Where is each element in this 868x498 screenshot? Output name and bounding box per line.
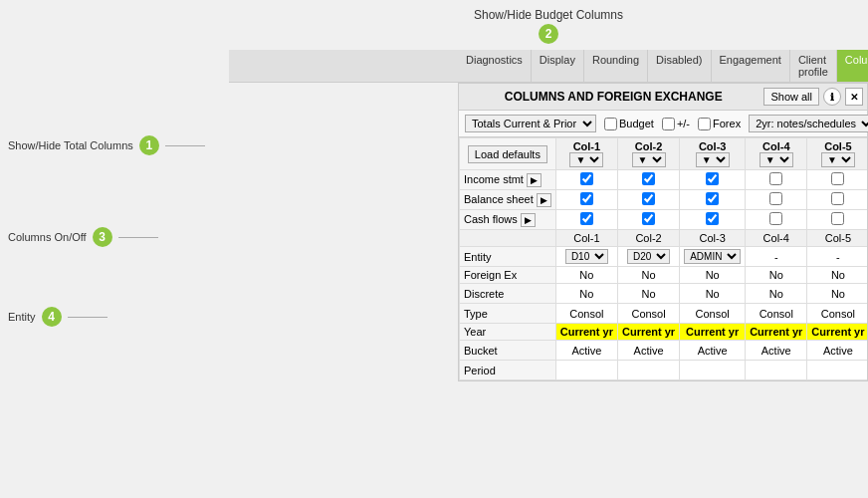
income-stmt-label: Income stmt ▶ [460,170,556,190]
year-col5: Current yr [807,324,867,341]
fex-col1: No [555,267,617,284]
totals-select[interactable]: Totals Current & Prior [465,115,596,132]
entity-col5-hdr: Col-5 [807,230,867,247]
entity-col4-val: - [746,247,807,267]
grid-container: Load defaults Col-1▼ Col-2▼ Col-3▼ Col-4… [459,137,867,380]
tab-diagnostics[interactable]: Diagnostics [458,50,532,82]
discrete-label: Discrete [460,284,556,304]
year-col2: Current yr [617,324,679,341]
period-col1 [555,361,617,380]
col3-select[interactable]: ▼ [696,152,730,167]
forex-checkbox[interactable] [698,118,711,130]
entity-d20: D20 [617,247,679,267]
col-3-header: Col-3▼ [680,138,746,170]
period-col2 [617,361,679,380]
income-stmt-row: Income stmt ▶ [460,170,868,190]
info-button[interactable]: ℹ [823,88,841,106]
col5-select[interactable]: ▼ [821,152,855,167]
entity-admin: ADMIN [680,247,746,267]
bucket-col2: Active [617,341,679,361]
type-col2: Consol [617,304,679,324]
tab-disabled[interactable]: Disabled) [648,50,711,82]
type-col3: Consol [680,304,746,324]
income-col3 [680,170,746,190]
foreign-ex-label: Foreign Ex [460,267,556,284]
period-col5 [807,361,867,380]
cash-flows-arrow[interactable]: ▶ [521,213,536,227]
disc-col5: No [807,284,867,304]
balance-sheet-arrow[interactable]: ▶ [537,193,551,207]
income-col1 [555,170,617,190]
load-defaults-button[interactable]: Load defaults [468,145,547,163]
entity-col2-select[interactable]: D20 [627,249,670,264]
balance-sheet-row: Balance sheet ▶ [460,190,868,210]
type-col4: Consol [746,304,807,324]
col1-select[interactable]: ▼ [569,152,603,167]
period-col4 [746,361,807,380]
forex-label: Forex [698,118,741,130]
cf-col4 [746,210,807,230]
page-title: Show/Hide Budget Columns [229,0,868,24]
col-4-header: Col-4▼ [746,138,807,170]
entity-text: Entity [8,311,36,323]
cash-flows-row: Cash flows ▶ [460,210,868,230]
disc-col2: No [617,284,679,304]
panel-header: COLUMNS AND FOREIGN EXCHANGE Show all ℹ … [459,84,867,111]
toolbar: Totals Current & Prior Budget +/- Forex … [459,111,867,137]
entity-col3-select[interactable]: ADMIN [684,249,741,264]
panel-title: COLUMNS AND FOREIGN EXCHANGE [463,90,763,104]
bucket-col5: Active [807,341,867,361]
bs-col4 [746,190,807,210]
entity-col5-val: - [807,247,867,267]
bs-col2 [617,190,679,210]
cf-col5 [807,210,867,230]
plus-minus-label: +/- [662,118,690,130]
tab-display[interactable]: Display [532,50,584,82]
badge-3: 3 [93,227,112,247]
entity-header-row: Col-1 Col-2 Col-3 Col-4 Col-5 Col-6 Col-… [460,230,868,247]
col-2-header: Col-2▼ [617,138,679,170]
badge-4: 4 [42,307,62,327]
columns-panel: COLUMNS AND FOREIGN EXCHANGE Show all ℹ … [458,83,868,381]
entity-row: Entity D10 D20 ADMIN - - - - [460,247,868,267]
entity-col1-select[interactable]: D10 [565,249,608,264]
main-table: Load defaults Col-1▼ Col-2▼ Col-3▼ Col-4… [459,137,867,380]
bucket-col3: Active [680,341,746,361]
bucket-label: Bucket [460,341,556,361]
entity-col2-hdr: Col-2 [617,230,679,247]
type-col1: Consol [555,304,617,324]
cf-col3 [680,210,746,230]
bucket-col1: Active [555,341,617,361]
year-row: Year Current yr Current yr Current yr Cu… [460,324,868,341]
period-row: Period - [460,361,868,380]
bucket-row: Bucket Active Active Active Active Activ… [460,341,868,361]
tab-bar: Diagnostics Display Rounding Disabled) E… [229,50,868,83]
columns-on-off-text: Columns On/Off [8,231,87,243]
col4-select[interactable]: ▼ [760,152,793,167]
entity-d10: D10 [555,247,617,267]
plus-minus-checkbox[interactable] [662,118,675,130]
budget-checkbox[interactable] [604,118,617,130]
income-col2 [617,170,679,190]
close-button[interactable]: ✕ [845,88,863,106]
col2-select[interactable]: ▼ [632,152,666,167]
disc-col4: No [746,284,807,304]
cf-col1 [555,210,617,230]
period-col3 [680,361,746,380]
fex-col2: No [617,267,679,284]
year-label: Year [460,324,556,341]
show-all-button[interactable]: Show all [763,88,819,106]
income-stmt-arrow[interactable]: ▶ [527,173,542,187]
year-col3: Current yr [680,324,746,341]
tab-rounding[interactable]: Rounding [584,50,648,82]
notes-select[interactable]: 2yr: notes/schedules [749,115,868,132]
tab-columns[interactable]: Columns [837,50,868,82]
entity-col1-hdr: Col-1 [555,230,617,247]
badge-2: 2 [539,24,558,44]
income-col5 [807,170,867,190]
tab-engagement[interactable]: Engagement [712,50,790,82]
bs-col5 [807,190,867,210]
cf-col2 [617,210,679,230]
tab-client-profile[interactable]: Client profile [790,50,837,82]
period-label: Period [460,361,556,380]
